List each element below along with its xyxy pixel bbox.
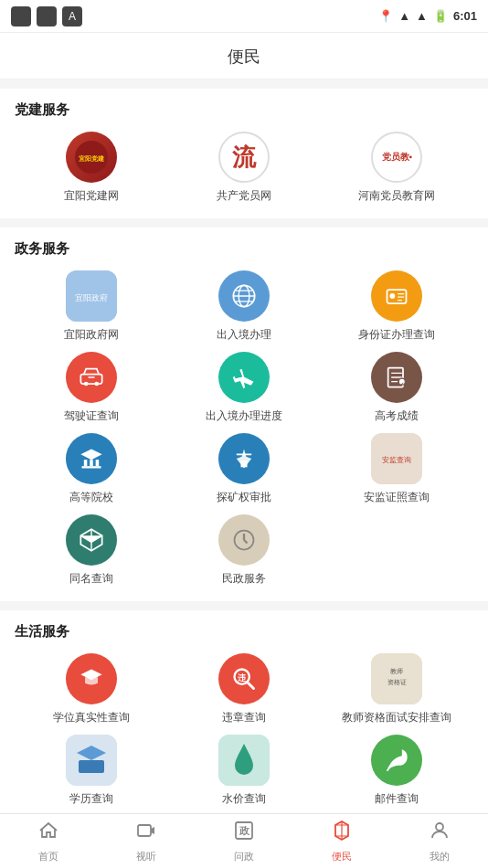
item-tankuang[interactable]: 探矿权审批 [167, 433, 320, 505]
teacher-svg: 教师 资格证 [371, 653, 422, 704]
item-shenfenzheng[interactable]: 身份证办理查询 [321, 270, 473, 343]
icon-anjian: 安监查询 [371, 433, 422, 484]
item-henan-dangyuan[interactable]: 党员教▪ 河南党员教育网 [321, 132, 473, 204]
video-svg [135, 820, 157, 842]
university-icon [79, 446, 104, 471]
label-churu-banli: 出入境办理 [217, 327, 271, 343]
icon-yiyang-govt: 宜阳政府 [66, 270, 117, 322]
search-violation-icon: 违 [231, 666, 257, 692]
id-card-icon [384, 283, 409, 309]
time-display: 6:01 [453, 9, 477, 23]
label-xueli: 学历查询 [69, 791, 113, 807]
icon-gaokao: ✓ [371, 352, 422, 403]
icon-churu-banli [218, 270, 270, 322]
label-gaokao: 高考成绩 [375, 408, 419, 424]
home-svg [37, 820, 59, 842]
graduation-icon [79, 666, 104, 692]
svg-text:资格证: 资格证 [387, 679, 407, 685]
item-tongming[interactable]: 同名查询 [15, 514, 167, 587]
home-icon [37, 820, 59, 847]
icon-churu-jindu [218, 352, 270, 403]
item-shuijia[interactable]: 水价查询 [167, 735, 320, 807]
nav-video[interactable]: 视听 [98, 814, 196, 868]
item-jiaoshi[interactable]: 教师 资格证 教师资格面试安排查询 [321, 653, 473, 725]
section-dangjian: 党建服务 宜阳党建 宜阳党建网 流 共产党员网 [0, 89, 488, 218]
icon-box2 [37, 6, 57, 26]
item-yiyang-dangjian[interactable]: 宜阳党建 宜阳党建网 [15, 132, 167, 204]
item-churu-banli[interactable]: 出入境办理 [167, 270, 320, 343]
location-icon: 📍 [378, 9, 393, 23]
svg-point-16 [94, 382, 99, 386]
item-anjian[interactable]: 安监查询 安监证照查询 [321, 433, 473, 505]
label-shuijia: 水价查询 [222, 791, 266, 807]
status-left-icons: A [11, 6, 82, 26]
item-gaokao[interactable]: ✓ 高考成绩 [321, 352, 473, 424]
politics-svg: 政 [233, 820, 255, 842]
svg-point-15 [83, 382, 88, 386]
nav-zhengzheng[interactable]: 政 问政 [196, 814, 293, 868]
nav-home-label: 首页 [38, 850, 58, 863]
label-churu-jindu: 出入境办理进度 [206, 408, 282, 424]
svg-text:安监查询: 安监查询 [382, 456, 411, 464]
nav-mine-label: 我的 [430, 850, 450, 863]
label-gaoxiao: 高等院校 [69, 490, 113, 505]
icon-minzheng [218, 514, 270, 566]
item-churu-jindu[interactable]: 出入境办理进度 [167, 352, 320, 424]
item-xuedian[interactable]: 学位真实性查询 [15, 653, 167, 725]
svg-marker-24 [80, 450, 101, 460]
item-yiyang-govt[interactable]: 宜阳政府 宜阳政府网 [15, 270, 167, 343]
icon-yiyang-dangjian: 宜阳党建 [66, 132, 117, 183]
item-minzheng[interactable]: 民政服务 [167, 514, 320, 587]
zhengwu-grid: 宜阳政府 宜阳政府网 出入境办理 [15, 270, 473, 596]
user-svg [429, 820, 451, 842]
nav-bianmin[interactable]: 便民 [292, 814, 390, 868]
status-bar: A 📍 ▲ ▲ 🔋 6:01 [0, 0, 488, 33]
item-youjian[interactable]: 邮件查询 [321, 735, 473, 807]
icon-xueli [66, 735, 117, 786]
nav-home[interactable]: 首页 [0, 814, 98, 868]
user-icon [429, 820, 451, 847]
section-title-zhengwu: 政务服务 [15, 240, 473, 258]
icon-henan-dangyuan: 党员教▪ [371, 132, 422, 183]
svg-text:✓: ✓ [400, 382, 404, 386]
section-zhengwu: 政务服务 宜阳政府 宜阳政府网 [0, 228, 488, 601]
plane-icon [231, 365, 257, 390]
icon-shenfenzheng [371, 270, 422, 322]
item-xueli[interactable]: 学历查询 [15, 735, 167, 807]
icon-gaoxiao [66, 433, 117, 484]
icon-youjian [371, 735, 422, 786]
icon-xuedian [66, 653, 117, 704]
service-icon [331, 820, 353, 847]
svg-rect-27 [95, 460, 99, 466]
car-icon [79, 365, 104, 390]
nav-mine[interactable]: 我的 [390, 814, 488, 868]
label-yiyang-govt: 宜阳政府网 [64, 327, 119, 343]
svg-rect-28 [81, 466, 101, 468]
item-weizhang[interactable]: 违 违章查询 [167, 653, 320, 725]
label-minzheng: 民政服务 [222, 571, 266, 587]
globe-icon [231, 283, 257, 309]
page-title: 便民 [228, 48, 260, 66]
govt-svg: 宜阳政府 [66, 270, 117, 322]
icon-box1 [11, 6, 31, 26]
label-youjian: 邮件查询 [375, 791, 419, 807]
battery-icon: 🔋 [433, 9, 448, 23]
svg-text:政: 政 [238, 825, 249, 836]
shenghuo-grid: 学位真实性查询 违 违章查询 教师 [15, 653, 473, 816]
svg-rect-14 [80, 375, 101, 385]
svg-point-55 [436, 823, 443, 831]
item-gongchan[interactable]: 流 共产党员网 [167, 132, 320, 204]
icon-a: A [62, 6, 82, 26]
icon-weizhang: 违 [218, 653, 270, 704]
item-jiazheng[interactable]: 驾驶证查询 [15, 352, 167, 424]
video-icon [135, 820, 157, 847]
svg-text:宜阳政府: 宜阳政府 [75, 293, 108, 302]
svg-line-35 [244, 540, 248, 544]
svg-point-10 [390, 293, 396, 299]
content-area: 党建服务 宜阳党建 宜阳党建网 流 共产党员网 [0, 79, 488, 868]
svg-rect-25 [83, 460, 87, 466]
label-jiaoshi: 教师资格面试安排查询 [342, 710, 451, 725]
item-gaoxiao[interactable]: 高等院校 [15, 433, 167, 505]
svg-text:违: 违 [238, 673, 247, 683]
exam-icon: ✓ [384, 365, 409, 390]
